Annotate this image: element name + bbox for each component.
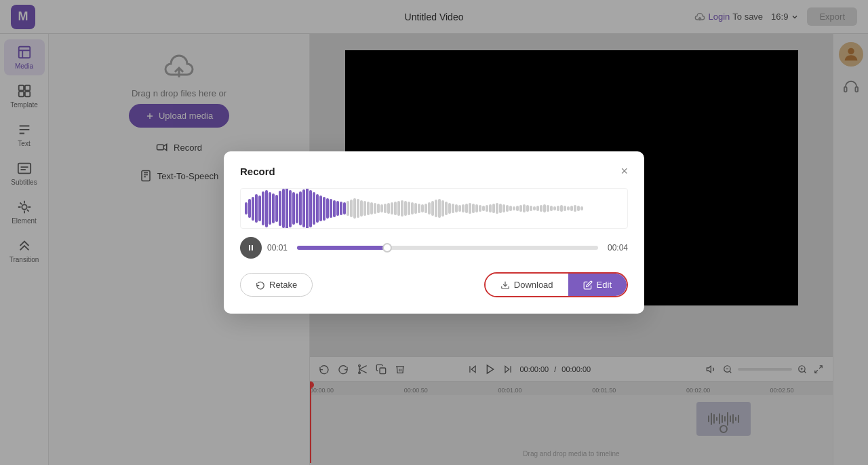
time-current: 00:01	[267, 243, 292, 253]
modal-overlay: Record × 00:01 00:04 Retake	[0, 0, 868, 465]
audio-progress-track[interactable]	[297, 246, 598, 250]
waveform-display	[240, 188, 628, 229]
edit-label: Edit	[597, 280, 612, 290]
download-icon	[500, 280, 510, 290]
audio-progress-thumb[interactable]	[382, 243, 392, 253]
pause-icon	[247, 244, 255, 252]
edit-icon	[583, 280, 593, 290]
retake-button[interactable]: Retake	[240, 273, 313, 297]
progress-row: 00:01 00:04	[240, 237, 628, 259]
edit-button[interactable]: Edit	[568, 274, 627, 296]
svg-rect-49	[249, 245, 250, 250]
modal-buttons-row: Retake Download Edit	[240, 272, 628, 297]
retake-icon	[256, 280, 265, 290]
audio-progress-fill	[297, 246, 387, 250]
action-buttons-group: Download Edit	[484, 272, 628, 297]
modal-header: Record ×	[240, 165, 628, 177]
modal-close-button[interactable]: ×	[620, 165, 628, 177]
download-button[interactable]: Download	[486, 274, 568, 296]
pause-button[interactable]	[240, 237, 262, 259]
download-label: Download	[514, 280, 553, 290]
record-modal: Record × 00:01 00:04 Retake	[224, 151, 644, 314]
retake-label: Retake	[269, 280, 297, 290]
modal-title: Record	[240, 166, 275, 177]
time-total: 00:04	[604, 243, 628, 253]
svg-rect-50	[252, 245, 253, 250]
